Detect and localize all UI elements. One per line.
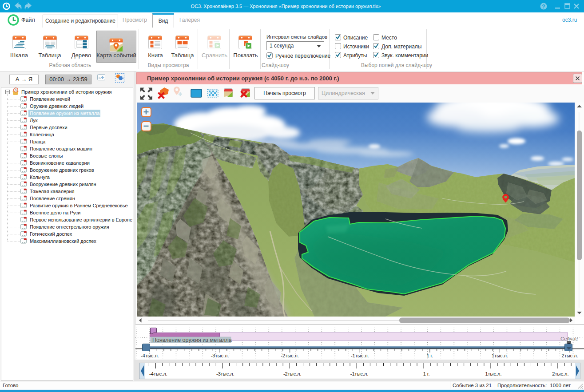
svg-text:-4тыс.л.: -4тыс.л. [141,353,159,358]
svg-text:-3тыс.л.: -3тыс.л. [211,353,229,358]
svg-text:Карта событий: Карта событий [96,52,136,59]
svg-text:Сейчас: Сейчас [560,336,578,341]
svg-text:Кольчуга: Кольчуга [30,174,50,180]
svg-text:Цилиндрическая: Цилиндрическая [322,90,365,96]
svg-text:Развитие оружия в Раннем Средн: Развитие оружия в Раннем Средневековье [30,203,128,208]
svg-text:Дерево: Дерево [72,52,91,59]
svg-text:Таблица: Таблица [171,52,195,59]
svg-text:Появление мечей: Появление мечей [30,96,70,102]
svg-text:Ручное переключение: Ручное переключение [275,53,330,59]
svg-text:Пример хронолинии об истории о: Пример хронолинии об истории оружия [21,89,112,95]
svg-text:Максимиллиановский доспех: Максимиллиановский доспех [30,238,96,244]
svg-text:Рабочая область: Рабочая область [49,62,91,68]
svg-text:Звук. комментарии: Звук. комментарии [381,52,428,59]
svg-text:Шкала: Шкала [10,52,28,59]
svg-text:Вооружение древних греков: Вооружение древних греков [30,167,94,173]
svg-text:Боевые слоны: Боевые слоны [30,153,63,158]
svg-text:Виды просмотра: Виды просмотра [147,62,189,68]
svg-text:Военное дело на Руси: Военное дело на Руси [30,210,81,215]
svg-text:-2тыс.л.: -2тыс.л. [283,371,302,376]
svg-text:1тыс.л.: 1тыс.л. [485,371,501,376]
svg-text:Выбор полей для слайд-шоу: Выбор полей для слайд-шоу [361,62,432,68]
svg-text:Место: Место [381,35,397,41]
svg-text:Первое использование артиллери: Первое использование артиллерии в Европе [30,217,132,222]
svg-text:Книга: Книга [148,52,163,59]
svg-text:-1тыс.л.: -1тыс.л. [351,353,369,358]
svg-text:Оружие древних людей: Оружие древних людей [30,103,83,109]
svg-text:-1тыс.л.: -1тыс.л. [350,371,369,376]
svg-text:Доп. материалы: Доп. материалы [381,44,421,50]
svg-text:1 г.: 1 г. [426,353,433,358]
svg-text:Слайд-шоу: Слайд-шоу [262,62,289,68]
svg-text:1 секунда: 1 секунда [270,43,294,49]
svg-text:Начать просмотр: Начать просмотр [263,90,306,96]
svg-text:Таблица: Таблица [39,52,62,59]
svg-text:Появление осадных машин: Появление осадных машин [30,146,92,151]
svg-text:-3тыс.л.: -3тыс.л. [216,371,234,376]
svg-text:Возникновение кавалерии: Возникновение кавалерии [30,160,90,166]
svg-text:1 г.: 1 г. [423,371,430,376]
svg-text:-4тыс.л.: -4тыс.л. [149,371,167,376]
svg-text:Появление стремян: Появление стремян [30,196,75,201]
svg-text:2тыс.л.: 2тыс.л. [552,371,568,376]
svg-text:Колесница: Колесница [30,132,55,137]
svg-text:1тыс.л.: 1тыс.л. [492,353,508,358]
svg-text:Вооружение древних римлян: Вооружение древних римлян [30,182,96,187]
svg-text:-2тыс.л.: -2тыс.л. [281,353,299,358]
svg-text:Праща: Праща [30,139,46,144]
svg-text:Тяжелая кавалерия: Тяжелая кавалерия [30,189,75,194]
svg-text:Атрибуты: Атрибуты [343,52,367,59]
svg-text:Появление оружия из металла: Появление оружия из металла [152,337,232,343]
svg-text:Источники: Источники [343,44,369,50]
svg-text:Сравнить: Сравнить [202,52,227,59]
svg-text:Первые доспехи: Первые доспехи [30,125,68,130]
svg-text:Появление оружия из металла: Появление оружия из металла [30,111,100,116]
svg-text:Готический доспех: Готический доспех [30,231,72,237]
svg-text:Появление огнестрельного оружи: Появление огнестрельного оружия [30,224,109,230]
svg-text:2тыс.л.: 2тыс.л. [562,353,578,358]
svg-text:Лук: Лук [30,118,38,123]
svg-text:Показать: Показать [233,52,258,59]
svg-text:Описание: Описание [343,35,368,41]
svg-text:Интервал смены слайдов: Интервал смены слайдов [266,34,327,40]
